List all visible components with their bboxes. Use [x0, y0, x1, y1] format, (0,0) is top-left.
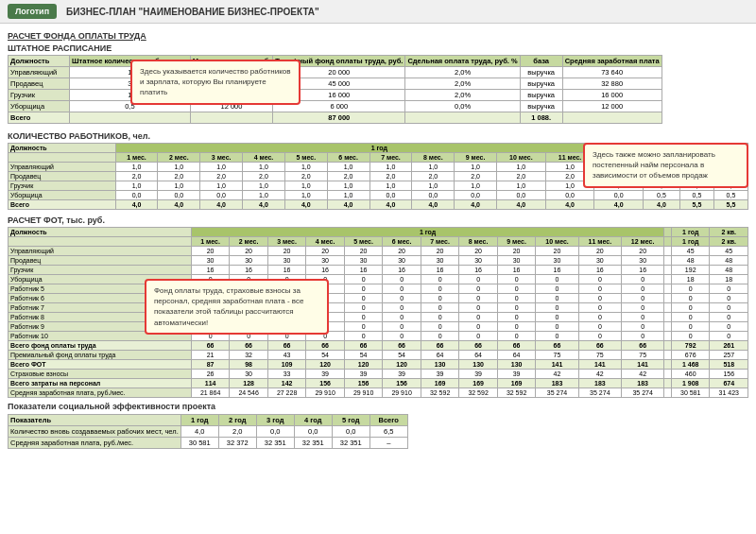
tooltip-1: Здесь указывается количество работников …: [130, 60, 301, 105]
fot-row-10: Работник 10 00000000000000: [9, 332, 748, 341]
fot-insurance-row: Страховые взносы 26303339393939393942424…: [9, 370, 748, 379]
fot-table: Должность 1 год 1 год 2 кв. 1 мес.2 мес.…: [8, 227, 748, 398]
section3-title: РАСЧЕТ ФОТ, тыс. руб.: [8, 215, 748, 225]
fot-row-upravlyayushchiy: Управляющий 2020202020202020202020204545: [9, 247, 748, 256]
indicators-table: Показатель 1 год2 год3 год4 год5 годВсег…: [8, 414, 408, 449]
staff-col-position: Должность: [9, 56, 70, 67]
tooltip-3: Фонд оплаты труда, страховые взносы за п…: [145, 279, 329, 335]
staff-col-pct: Сдельная оплата труда, руб. %: [405, 56, 520, 67]
fot-avg-salary-row: Средняя заработная плата, руб./мес. 21 8…: [9, 388, 748, 398]
fot-row-gruzchik: Грузчик 16161616161616161616161619248: [9, 266, 748, 275]
fot-premium-row: Премиальный фонд оплаты труда 2132435454…: [9, 351, 748, 360]
staff-total-row: Всего87 0001 088.: [9, 112, 662, 124]
tooltip-2: Здесь также можно запланировать постепен…: [583, 143, 748, 188]
fot-row-prodavets: Продавец 3030303030303030303030304848: [9, 256, 748, 266]
workers-total-row: Всего 4,04,04,04,04,04,0 4,04,04,04,04,0…: [9, 200, 748, 210]
section1-title: ШТАТНОЕ РАСПИСАНИЕ: [8, 43, 748, 53]
page-title: РАСЧЕТ ФОНДА ОПЛАТЫ ТРУДА: [8, 31, 748, 41]
staff-table: Должность Штатное количество работников …: [8, 55, 662, 124]
indicator-row-1: Количество вновь создаваемых рабочих мес…: [9, 426, 408, 438]
header-title: БИЗНЕС-ПЛАН "НАИМЕНОВАНИЕ БИЗНЕС-ПРОЕКТА…: [66, 7, 319, 17]
staff-col-avg: Средняя заработная плата: [562, 56, 662, 67]
fot-total-row: Всего фонд оплаты труда 6666666666666666…: [9, 341, 748, 351]
main-content: РАСЧЕТ ФОНДА ОПЛАТЫ ТРУДА ШТАТНОЕ РАСПИС…: [0, 24, 756, 531]
staff-col-base: база: [520, 56, 562, 67]
fot-vsego-row: Всего ФОТ 879810912012012013013013014114…: [9, 360, 748, 370]
indicators-section: Показатели социальной эффективности прое…: [8, 402, 748, 449]
fot-row-5: Работник 5 00000000000000: [9, 284, 748, 294]
indicators-title: Показатели социальной эффективности прое…: [8, 402, 748, 411]
fot-row-uborshchitsa: Уборщица 0000000000001818: [9, 275, 748, 284]
indicator-row-2: Средняя заработная плата, руб./мес. 30 5…: [9, 438, 408, 449]
staff-row-1: Управляющий120 00020 0002,0%выручка73 64…: [9, 67, 662, 78]
staff-row-3: Грузчик116 00016 0002,0%выручка16 000: [9, 90, 662, 101]
staff-row-2: Продавец315 00045 0002,0%выручка32 880: [9, 78, 662, 90]
logo-button[interactable]: Логотип: [8, 4, 57, 19]
staff-row-4: Уборщица0,512 0006 0000,0%выручка12 000: [9, 101, 662, 112]
workers-row-4: Уборщица 0,00,00,01,01,01,0 0,00,00,00,0…: [9, 191, 748, 200]
fot-total-personnel-row: Всего затраты на персонал 11412814215615…: [9, 379, 748, 388]
fot-row-7: Работник 7 00000000000000: [9, 303, 748, 313]
header: Логотип БИЗНЕС-ПЛАН "НАИМЕНОВАНИЕ БИЗНЕС…: [0, 0, 756, 24]
fot-row-8: Работник 8 00000000000000: [9, 313, 748, 322]
section2-title: КОЛИЧЕСТВО РАБОТНИКОВ, чел.: [8, 131, 748, 141]
fot-row-6: Работник 6 00000000000000: [9, 294, 748, 303]
fot-row-9: Работник 9 00000000000000: [9, 322, 748, 332]
